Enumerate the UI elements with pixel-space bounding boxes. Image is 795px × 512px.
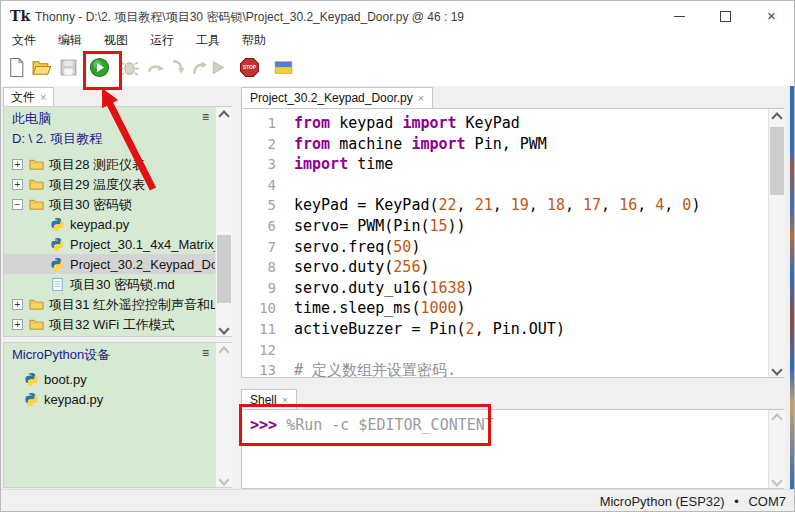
code-token: 1638	[429, 279, 465, 297]
svg-text:STOP: STOP	[243, 65, 257, 70]
scroll-up-icon[interactable]	[769, 109, 785, 125]
code-editor[interactable]: 12345678910111213 from keypad import Key…	[241, 108, 784, 378]
folder-icon	[29, 157, 44, 172]
tree-item[interactable]: 项目30 密码锁.md	[4, 274, 215, 294]
code-line: # 定义数组并设置密码.	[294, 360, 700, 381]
code-token: 4	[655, 196, 664, 214]
code-token: )	[420, 258, 429, 276]
menu-bar: 文件编辑视图运行工具帮助	[1, 31, 795, 49]
ukraine-flag-icon[interactable]	[273, 57, 294, 78]
code-token: ,	[493, 196, 511, 214]
menu-item-4[interactable]: 运行	[139, 31, 185, 51]
line-number: 11	[242, 319, 286, 340]
python-file-icon	[50, 237, 65, 252]
tree-item[interactable]: keypad.py	[4, 214, 215, 234]
tab-editor-file[interactable]: Project_30.2_Keypad_Door.py×	[241, 87, 433, 109]
tab-files[interactable]: 文件×	[3, 87, 54, 107]
scroll-up-icon	[769, 410, 785, 426]
code-token: import	[411, 135, 465, 153]
menu-item-6[interactable]: 帮助	[231, 31, 277, 51]
tree-item[interactable]: +项目29 温度仪表	[4, 174, 215, 194]
maximize-button[interactable]	[703, 1, 748, 31]
collapse-icon[interactable]: −	[12, 199, 23, 210]
port-label: COM7	[748, 494, 786, 509]
code-token: 2	[466, 320, 475, 338]
scrollbar-thumb[interactable]	[770, 127, 784, 195]
code-token: keyPad = KeyPad(	[294, 196, 439, 214]
minimize-button[interactable]	[657, 1, 702, 31]
line-number: 4	[242, 175, 286, 196]
folder-icon	[29, 177, 44, 192]
scroll-down-icon	[769, 472, 785, 488]
editor-scrollbar[interactable]	[768, 109, 785, 377]
close-button[interactable]: ×	[749, 1, 794, 31]
code-token: , Pin.OUT)	[475, 320, 565, 338]
tree-item-label: 项目29 温度仪表	[49, 177, 145, 192]
expand-icon[interactable]: +	[12, 299, 23, 310]
code-token: 256	[393, 258, 420, 276]
device-panel-title[interactable]: MicroPython设备	[12, 346, 110, 364]
backend-status[interactable]: MicroPython (ESP32) • COM7	[594, 494, 786, 509]
scroll-up-icon[interactable]	[216, 107, 232, 123]
code-token: ,	[637, 196, 655, 214]
new-file-icon[interactable]	[6, 57, 27, 78]
scroll-down-icon[interactable]	[769, 361, 785, 377]
files-scrollbar[interactable]	[215, 107, 232, 336]
code-line: servo= PWM(Pin(15))	[294, 216, 700, 237]
device-file-list: boot.pykeypad.py	[4, 369, 215, 409]
menu-item-3[interactable]: 视图	[93, 31, 139, 51]
code-token: ,	[529, 196, 547, 214]
device-scrollbar[interactable]	[215, 343, 232, 487]
tab-close-icon[interactable]: ×	[40, 91, 46, 103]
code-line: servo.freq(50)	[294, 237, 700, 258]
line-number: 3	[242, 154, 286, 175]
status-bar: MicroPython (ESP32) • COM7	[1, 489, 795, 512]
code-token: )	[457, 299, 466, 317]
tree-item[interactable]: Project_30.1_4x4_Matrix_K	[4, 234, 215, 254]
this-computer-label[interactable]: 此电脑	[12, 110, 51, 128]
line-number: 1	[242, 113, 286, 134]
file-tree: +项目28 测距仪表+项目29 温度仪表−项目30 密码锁keypad.pyPr…	[4, 154, 215, 334]
tree-item[interactable]: +项目28 测距仪表	[4, 154, 215, 174]
tree-item[interactable]: Project_30.2_Keypad_Doo	[4, 254, 215, 274]
device-file-label: keypad.py	[44, 392, 103, 407]
status-bullet: •	[734, 494, 739, 509]
code-token: ,	[601, 196, 619, 214]
tree-item-label: Project_30.2_Keypad_Doo	[70, 257, 215, 272]
open-folder-icon[interactable]	[31, 57, 52, 78]
tree-item[interactable]: +项目31 红外遥控控制声音和LED	[4, 294, 215, 314]
line-number: 13	[242, 360, 286, 381]
stop-icon[interactable]: STOP	[239, 57, 260, 78]
markdown-file-icon	[50, 277, 65, 292]
expand-icon[interactable]: +	[12, 179, 23, 190]
expand-icon[interactable]: +	[12, 319, 23, 330]
panel-menu-icon[interactable]: ≡	[202, 346, 209, 360]
tree-item-label: 项目28 测距仪表	[49, 157, 145, 172]
scroll-down-icon[interactable]	[216, 320, 232, 336]
tab-close-icon[interactable]: ×	[418, 92, 424, 104]
panel-menu-icon[interactable]: ≡	[202, 110, 209, 124]
scrollbar-thumb[interactable]	[217, 235, 231, 303]
tree-item[interactable]: +项目32 WiFi 工作模式	[4, 314, 215, 334]
folder-icon	[29, 317, 44, 332]
current-path[interactable]: D: \ 2. 项目教程	[12, 130, 102, 148]
menu-item-5[interactable]: 工具	[185, 31, 231, 51]
code-token: servo= PWM(Pin(	[294, 217, 429, 235]
expand-icon[interactable]: +	[12, 159, 23, 170]
device-file-item[interactable]: boot.py	[4, 369, 215, 389]
device-file-item[interactable]: keypad.py	[4, 389, 215, 409]
code-area[interactable]: from keypad import KeyPadfrom machine im…	[294, 113, 700, 381]
code-line: from keypad import KeyPad	[294, 113, 700, 134]
menu-item-1[interactable]: 文件	[1, 31, 47, 51]
tree-item-label: keypad.py	[70, 217, 129, 232]
tree-item-label: 项目32 WiFi 工作模式	[49, 317, 175, 332]
shell-scrollbar[interactable]	[768, 410, 785, 488]
code-token: activeBuzzer = Pin(	[294, 320, 466, 338]
menu-item-2[interactable]: 编辑	[47, 31, 93, 51]
code-token: KeyPad	[457, 114, 520, 132]
editor-tab-label: Project_30.2_Keypad_Door.py	[250, 91, 413, 105]
code-token: from	[294, 114, 330, 132]
tree-item[interactable]: −项目30 密码锁	[4, 194, 215, 214]
code-token: )	[411, 238, 420, 256]
code-token: 22	[439, 196, 457, 214]
